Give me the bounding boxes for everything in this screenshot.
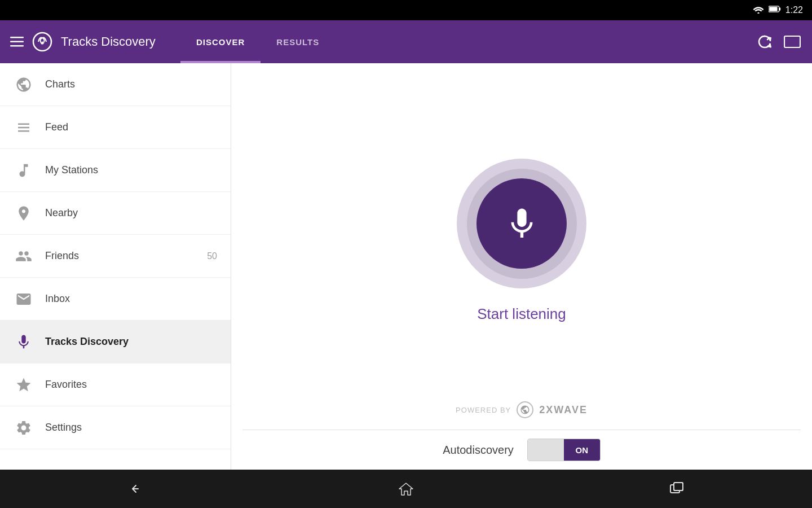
- mic-inner-ring: [467, 169, 577, 279]
- charts-label: Charts: [45, 78, 217, 90]
- recents-button[interactable]: [654, 475, 699, 503]
- home-button[interactable]: [383, 475, 429, 503]
- powered-by-logo-circle: [517, 401, 533, 418]
- sidebar-item-charts[interactable]: Charts: [0, 63, 231, 106]
- favorites-label: Favorites: [45, 379, 217, 391]
- refresh-button[interactable]: [757, 34, 773, 50]
- svg-rect-4: [10, 37, 24, 38]
- powered-by-brand: 2XWAVE: [539, 404, 588, 416]
- gear-icon: [14, 418, 34, 438]
- status-bar: 1:22: [0, 0, 812, 20]
- sidebar-item-friends[interactable]: Friends 50: [0, 235, 231, 278]
- autodiscovery-bar: Autodiscovery ON: [242, 430, 801, 470]
- star-icon: [14, 375, 34, 395]
- svg-rect-5: [10, 41, 24, 42]
- toolbar-left: Tracks Discovery: [0, 31, 175, 52]
- sidebar-item-feed[interactable]: Feed: [0, 106, 231, 149]
- music-note-icon: [14, 160, 34, 181]
- battery-icon: [769, 5, 781, 15]
- autodiscovery-label: Autodiscovery: [443, 444, 514, 457]
- powered-by: POWERED BY 2XWAVE: [456, 401, 588, 418]
- tracks-discovery-label: Tracks Discovery: [45, 336, 217, 348]
- svg-rect-2: [779, 7, 780, 10]
- svg-rect-3: [769, 7, 777, 11]
- toggle-off-side: [528, 439, 564, 461]
- svg-rect-6: [10, 45, 24, 47]
- powered-by-text: POWERED BY: [456, 406, 511, 414]
- tab-discover[interactable]: DISCOVER: [180, 20, 261, 63]
- location-pin-icon: [14, 203, 34, 224]
- sidebar-item-inbox[interactable]: Inbox: [0, 278, 231, 321]
- inbox-label: Inbox: [45, 293, 217, 305]
- status-time: 1:22: [785, 5, 803, 15]
- sidebar-item-my-stations[interactable]: My Stations: [0, 149, 231, 192]
- start-listening-text: Start listening: [477, 305, 566, 323]
- svg-point-0: [757, 12, 759, 14]
- toggle-on-side: ON: [564, 439, 600, 461]
- back-button[interactable]: [113, 475, 158, 503]
- app-title: Tracks Discovery: [61, 34, 156, 49]
- main-content: Charts Feed My Stations: [0, 63, 812, 470]
- nearby-label: Nearby: [45, 207, 217, 219]
- mic-outer-ring: [457, 159, 586, 288]
- wifi-icon: [753, 5, 764, 16]
- content-area: Start listening POWERED BY 2XWAVE Autodi…: [231, 63, 812, 470]
- friends-label: Friends: [45, 250, 196, 262]
- mic-button[interactable]: [476, 178, 567, 269]
- toolbar-right: [757, 34, 812, 50]
- friends-icon: [14, 246, 34, 266]
- svg-rect-10: [674, 483, 683, 491]
- cast-button[interactable]: [784, 34, 801, 49]
- app-logo: [32, 31, 53, 52]
- sidebar: Charts Feed My Stations: [0, 63, 231, 470]
- feed-label: Feed: [45, 121, 217, 133]
- sidebar-item-tracks-discovery[interactable]: Tracks Discovery: [0, 321, 231, 364]
- status-bar-right: 1:22: [753, 5, 803, 16]
- friends-badge: 50: [207, 251, 217, 261]
- svg-rect-8: [784, 36, 800, 47]
- sidebar-item-settings[interactable]: Settings: [0, 406, 231, 449]
- toolbar-tabs: DISCOVER RESULTS: [175, 20, 335, 63]
- sidebar-item-nearby[interactable]: Nearby: [0, 192, 231, 235]
- inbox-icon: [14, 289, 34, 309]
- feed-icon: [14, 117, 34, 138]
- settings-label: Settings: [45, 422, 217, 433]
- toolbar: Tracks Discovery DISCOVER RESULTS: [0, 20, 812, 63]
- hamburger-icon[interactable]: [10, 33, 24, 51]
- microphone-sidebar-icon: [14, 332, 34, 352]
- tab-results[interactable]: RESULTS: [261, 20, 335, 63]
- listen-section: Start listening: [457, 80, 586, 401]
- globe-icon: [14, 75, 34, 95]
- autodiscovery-toggle[interactable]: ON: [527, 439, 601, 461]
- app-container: Tracks Discovery DISCOVER RESULTS: [0, 20, 812, 470]
- sidebar-item-favorites[interactable]: Favorites: [0, 364, 231, 406]
- bottom-nav: [0, 470, 812, 508]
- my-stations-label: My Stations: [45, 164, 217, 176]
